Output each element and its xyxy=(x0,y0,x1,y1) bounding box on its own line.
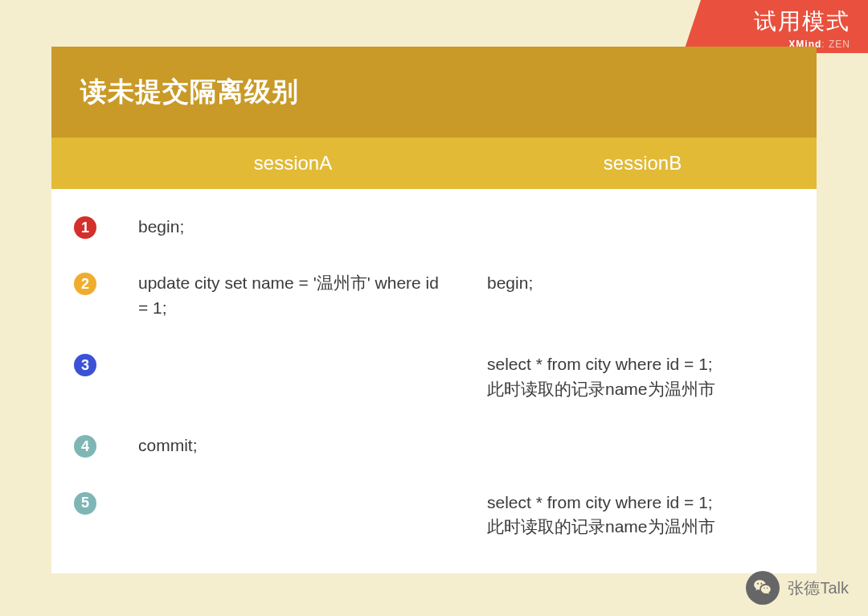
table-row: 3select * from city where id = 1; 此时读取的记… xyxy=(51,336,817,417)
isolation-table-card: 读未提交隔离级别 sessionA sessionB 1begin;2updat… xyxy=(51,47,817,573)
wechat-icon xyxy=(746,571,780,605)
step-number-badge: 1 xyxy=(74,216,96,239)
table-row: 1begin; xyxy=(51,199,817,255)
step-number-badge: 5 xyxy=(74,492,96,515)
trial-title: 试用模式 xyxy=(715,6,850,37)
step-number-col: 2 xyxy=(51,271,119,295)
footer-author: 张德Talk xyxy=(746,571,849,605)
step-number-badge: 3 xyxy=(74,354,96,376)
table-row: 4commit; xyxy=(51,417,817,474)
step-number-col: 3 xyxy=(51,352,119,376)
header-num-spacer xyxy=(51,138,119,189)
step-number-col: 4 xyxy=(51,433,119,458)
footer-author-text: 张德Talk xyxy=(788,577,849,599)
table-header: sessionA sessionB xyxy=(51,138,817,189)
session-b-cell: select * from city where id = 1; 此时读取的记录… xyxy=(468,491,817,540)
table-body: 1begin;2update city set name = '温州市' whe… xyxy=(51,189,817,573)
session-a-cell: begin; xyxy=(119,215,468,239)
step-number-col: 1 xyxy=(51,215,119,239)
table-row: 2update city set name = '温州市' where id =… xyxy=(51,255,817,336)
step-number-badge: 2 xyxy=(74,273,96,295)
card-title: 读未提交隔离级别 xyxy=(51,47,817,138)
step-number-badge: 4 xyxy=(74,435,96,458)
session-a-cell: commit; xyxy=(119,433,468,458)
step-number-col: 5 xyxy=(51,491,119,515)
session-b-cell: select * from city where id = 1; 此时读取的记录… xyxy=(468,352,817,401)
header-session-b: sessionB xyxy=(469,138,817,189)
trial-suffix: : ZEN xyxy=(821,39,850,50)
trial-mode-badge: 试用模式 XMind: ZEN xyxy=(683,0,868,53)
table-row: 5select * from city where id = 1; 此时读取的记… xyxy=(51,474,817,556)
header-session-a: sessionA xyxy=(119,138,467,189)
session-a-cell: update city set name = '温州市' where id = … xyxy=(119,271,468,320)
session-b-cell: begin; xyxy=(468,271,817,295)
